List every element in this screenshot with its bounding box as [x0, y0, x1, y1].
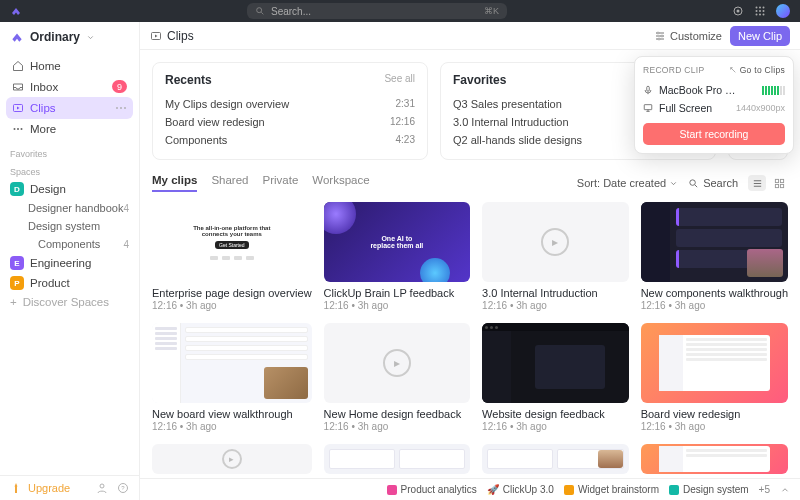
space-design[interactable]: D Design	[0, 179, 139, 199]
clip-thumbnail: One AI toreplace them all	[324, 202, 471, 282]
svg-rect-28	[775, 179, 778, 182]
space-design-label: Design	[30, 183, 66, 195]
nav-inbox-label: Inbox	[30, 81, 58, 93]
list-view-button[interactable]	[748, 175, 766, 191]
monitor-icon	[643, 103, 653, 113]
search-clips[interactable]: Search	[688, 177, 738, 189]
clip-thumbnail	[152, 323, 312, 403]
workspace-switcher[interactable]: Ordinary	[0, 22, 139, 52]
clip-card[interactable]	[482, 444, 629, 474]
nav-inbox[interactable]: Inbox 9	[6, 76, 133, 97]
space-product[interactable]: P Product	[0, 273, 139, 293]
clip-card[interactable]: ▸ 3.0 Internal Intruduction 12:16 • 3h a…	[482, 202, 629, 311]
app-topbar: Search... ⌘K	[0, 0, 800, 22]
record-clip-label: RECORD CLIP	[643, 65, 704, 75]
svg-point-22	[661, 35, 663, 37]
folder-designer-handbook[interactable]: Designer handbook 4	[0, 199, 139, 217]
nav-clips[interactable]: Clips ⋯	[6, 97, 133, 119]
nav-home-label: Home	[30, 60, 61, 72]
recent-item[interactable]: Board view redesign12:16	[165, 113, 415, 131]
tray-item[interactable]: Design system	[669, 484, 749, 495]
inbox-badge: 9	[112, 80, 127, 93]
tray-bar: Product analytics 🚀ClickUp 3.0 Widget br…	[140, 478, 800, 500]
svg-point-12	[763, 14, 765, 16]
clip-card[interactable]: New board view walkthrough 12:16 • 3h ag…	[152, 323, 312, 432]
user-avatar[interactable]	[776, 4, 790, 18]
chevron-down-icon	[669, 179, 678, 188]
clips-menu-icon[interactable]: ⋯	[115, 101, 127, 115]
record-icon[interactable]	[732, 5, 744, 17]
recents-title: Recents	[165, 73, 212, 87]
recent-item[interactable]: My Clips design overview2:31	[165, 95, 415, 113]
chevron-down-icon	[86, 33, 95, 42]
folder-design-system[interactable]: Design system	[0, 217, 139, 235]
tray-item[interactable]: Widget brainstorm	[564, 484, 659, 495]
new-clip-button[interactable]: New Clip	[730, 26, 790, 46]
sidebar: Ordinary Home Inbox 9 Clips ⋯ More	[0, 22, 140, 500]
svg-line-27	[695, 184, 697, 186]
upgrade-button[interactable]: Upgrade	[28, 482, 70, 494]
list-icon	[752, 178, 763, 189]
nav-clips-label: Clips	[30, 102, 56, 114]
tray-item[interactable]: Product analytics	[387, 484, 477, 495]
clip-card[interactable]: ▸	[152, 444, 312, 474]
svg-point-23	[658, 38, 660, 40]
svg-point-10	[756, 14, 758, 16]
nav-more[interactable]: More	[6, 119, 133, 139]
svg-point-8	[759, 10, 761, 12]
space-design-icon: D	[10, 182, 24, 196]
clip-card[interactable]: Website design feedback 12:16 • 3h ago	[482, 323, 629, 432]
svg-rect-24	[647, 86, 650, 91]
tab-shared[interactable]: Shared	[211, 174, 248, 192]
clip-card[interactable]	[324, 444, 471, 474]
help-icon[interactable]: ?	[117, 482, 129, 494]
clip-card[interactable]: ▸ New Home design feedback 12:16 • 3h ag…	[324, 323, 471, 432]
tab-workspace[interactable]: Workspace	[312, 174, 369, 192]
grid-view-button[interactable]	[770, 175, 788, 191]
favorites-section-label: Favorites	[0, 143, 139, 161]
grid-apps-icon[interactable]	[754, 5, 766, 17]
nav-home[interactable]: Home	[6, 56, 133, 76]
clip-card[interactable]: The all-in-one platform thatconnects you…	[152, 202, 312, 311]
list-components[interactable]: Components 4	[0, 235, 139, 253]
svg-rect-30	[775, 184, 778, 187]
spaces-section-label: Spaces	[0, 161, 139, 179]
svg-point-9	[763, 10, 765, 12]
recent-item[interactable]: Components4:23	[165, 131, 415, 149]
global-search[interactable]: Search... ⌘K	[247, 3, 507, 19]
clip-thumbnail	[641, 444, 788, 474]
clip-thumbnail: The all-in-one platform thatconnects you…	[152, 202, 312, 282]
space-engineering[interactable]: E Engineering	[0, 253, 139, 273]
svg-point-4	[756, 7, 758, 9]
recents-seeall[interactable]: See all	[384, 73, 415, 87]
page-title: Clips	[167, 29, 194, 43]
clip-card[interactable]: One AI toreplace them all ClickUp Brain …	[324, 202, 471, 311]
invite-icon[interactable]	[97, 482, 109, 494]
audio-source-row[interactable]: MacBook Pro Micro...	[643, 81, 785, 99]
svg-point-15	[17, 128, 19, 130]
audio-level-icon	[762, 86, 785, 95]
clip-card[interactable]: New components walkthrough 12:16 • 3h ag…	[641, 202, 788, 311]
tray-more[interactable]: +5	[759, 484, 770, 495]
svg-point-0	[257, 8, 262, 13]
clip-card[interactable]: Board view redesign 12:16 • 3h ago	[641, 323, 788, 432]
external-link-icon	[729, 66, 737, 74]
plus-icon: +	[10, 296, 17, 308]
nav-more-label: More	[30, 123, 56, 135]
chevron-up-icon[interactable]	[780, 485, 790, 495]
svg-rect-25	[644, 105, 652, 110]
screen-source-row[interactable]: Full Screen 1440x900px	[643, 99, 785, 117]
upgrade-icon[interactable]	[10, 482, 22, 494]
tab-my-clips[interactable]: My clips	[152, 174, 197, 192]
sort-dropdown[interactable]: Sort: Date created	[577, 177, 678, 189]
svg-point-17	[100, 484, 104, 488]
svg-rect-29	[780, 179, 783, 182]
start-recording-button[interactable]: Start recording	[643, 123, 785, 145]
tray-item[interactable]: 🚀ClickUp 3.0	[487, 484, 554, 495]
customize-button[interactable]: Customize	[654, 30, 722, 42]
clip-card[interactable]	[641, 444, 788, 474]
discover-spaces[interactable]: + Discover Spaces	[0, 293, 139, 311]
go-to-clips-link[interactable]: Go to Clips	[729, 65, 785, 75]
tab-private[interactable]: Private	[262, 174, 298, 192]
svg-point-21	[657, 32, 659, 34]
